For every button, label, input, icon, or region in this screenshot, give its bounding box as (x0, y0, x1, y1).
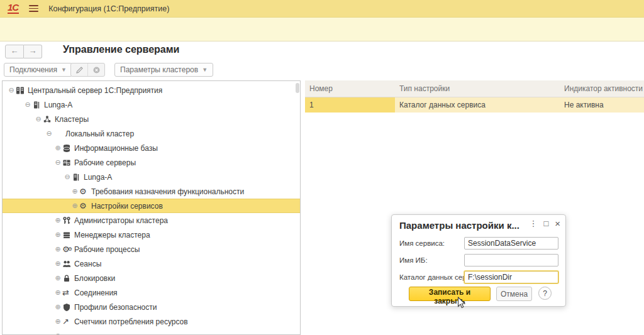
chevron-down-icon: ▼ (61, 67, 67, 73)
expand-plus-icon[interactable]: ⊕ (53, 216, 62, 224)
counters-icon: ↗ (62, 317, 74, 326)
tree-item-менеджеры-кластера[interactable]: ⊕Менеджеры кластера (3, 228, 300, 242)
forward-button[interactable]: → (24, 45, 42, 58)
help-button[interactable]: ? (538, 287, 552, 300)
table-header-cell[interactable]: Тип настройки (395, 84, 560, 93)
tree-item-truncated[interactable]: ⊕▬ (3, 329, 300, 335)
close-icon[interactable]: × (555, 219, 560, 228)
1c-logo-icon: 1С (8, 3, 19, 14)
sessions-icon (62, 260, 74, 268)
expand-plus-icon[interactable]: ⊕ (53, 274, 62, 282)
service-name-label: Имя сервиса: (399, 236, 445, 250)
tree-item-локальный-кластер[interactable]: ⊖Локальный кластер (3, 126, 300, 141)
tree-item-блокировки[interactable]: ⊕Блокировки (3, 271, 300, 285)
tree-item-lunga-a[interactable]: ⊖Lunga-A (3, 170, 300, 184)
expand-plus-icon[interactable]: ⊕ (53, 288, 62, 297)
tree-item-label: Менеджеры кластера (74, 231, 150, 239)
tree-item-label: Lunga-A (84, 173, 112, 182)
nav-row: ← → Управление серверами (0, 41, 644, 60)
server-icon (32, 101, 44, 109)
collapse-minus-icon[interactable]: ⊖ (45, 129, 53, 138)
tree-item-lunga-a[interactable]: ⊖Lunga-A (3, 97, 300, 112)
table-header-row: НомерТип настройкиИндикатор активности (305, 80, 644, 97)
tree-item-рабочие-серверы[interactable]: ⊖Рабочие серверы (3, 155, 300, 170)
cluster-params-dropdown-button[interactable]: Параметры кластеров ▼ (114, 63, 213, 77)
expand-plus-icon[interactable]: ⊕ (53, 317, 62, 326)
infobase-name-label: Имя ИБ: (399, 253, 428, 267)
expand-plus-icon[interactable]: ⊕ (53, 260, 62, 268)
kebab-menu-icon[interactable]: ⋮ (529, 219, 537, 228)
setting-type-cell: Каталог данных сервиса (395, 97, 560, 113)
activity-indicator-cell: Не активна (560, 97, 644, 113)
tree-item-label: Профили безопасности (74, 303, 157, 312)
top-band (0, 18, 644, 41)
infobases-icon (62, 144, 74, 153)
processes-icon: ⚙⚙ (62, 245, 74, 253)
collapse-minus-icon[interactable]: ⊖ (34, 115, 43, 123)
tree-item-соединения[interactable]: ⊕⇄Соединения (3, 285, 300, 300)
delete-button[interactable] (87, 63, 104, 76)
collapse-minus-icon[interactable]: ⊖ (53, 158, 62, 167)
tree-item-label: Счетчики потребления ресурсов (74, 317, 188, 326)
toolbar: Подключения ▼ Параметры кластеров ▼ (0, 62, 644, 79)
connections-dropdown-button[interactable]: Подключения ▼ (4, 63, 72, 77)
tree-item-label: Требования назначения функциональности (91, 187, 244, 196)
tree-item-label: Соединения (74, 288, 118, 297)
infobase-name-input[interactable] (464, 254, 558, 266)
tree-item-профили-безопасности[interactable]: ⊕Профили безопасности (3, 300, 300, 314)
central-server-icon (16, 86, 28, 95)
tree-item-настройки-сервисов[interactable]: ⊕⚙Настройки сервисов (3, 199, 300, 213)
tree-item-рабочие-процессы[interactable]: ⊕⚙⚙Рабочие процессы (3, 242, 300, 256)
tree-item-label: Центральный сервер 1С:Предприятия (28, 86, 162, 95)
tree-item-требования-назначения-функциональности[interactable]: ⊕⚙Требования назначения функциональности (3, 184, 300, 199)
service-name-input[interactable] (464, 237, 558, 250)
page-title: Управление серверами (63, 44, 179, 55)
chevron-down-icon: ▼ (202, 67, 208, 73)
expand-plus-icon[interactable]: ⊕ (70, 187, 79, 195)
dialog-title: Параметры настройки к... (399, 220, 519, 231)
tree-item-label: Информационные базы (74, 144, 158, 153)
truncated-icon: ▬ (62, 332, 74, 335)
tree-item-label: Lunga-A (44, 101, 72, 109)
tree-item-центральный-сервер-1с-предприятия[interactable]: ⊖Центральный сервер 1С:Предприятия (3, 83, 300, 97)
tree-item-label: Рабочие серверы (74, 158, 136, 167)
collapse-minus-icon[interactable]: ⊖ (7, 86, 16, 94)
expand-plus-icon[interactable]: ⊕ (53, 303, 62, 311)
app-titlebar: 1С Конфигурация (1С:Предприятие) (0, 0, 644, 18)
tree-item-счетчики-потребления-ресурсов[interactable]: ⊕↗Счетчики потребления ресурсов (3, 314, 300, 329)
clusters-icon (43, 115, 55, 124)
table-row[interactable]: 1Каталог данных сервисаНе активна (305, 97, 644, 113)
window-title: Конфигурация (1С:Предприятие) (48, 4, 169, 13)
tree-item-label: Администраторы кластера (74, 216, 168, 225)
collapse-minus-icon[interactable]: ⊖ (23, 101, 32, 109)
expand-plus-icon[interactable]: ⊕ (70, 202, 79, 210)
table-header-cell[interactable]: Номер (305, 84, 395, 93)
connections-label: Подключения (9, 65, 57, 74)
expand-plus-icon[interactable]: ⊕ (53, 332, 62, 335)
back-button[interactable]: ← (5, 45, 24, 58)
tree-item-сеансы[interactable]: ⊕Сеансы (3, 256, 300, 271)
cancel-button[interactable]: Отмена (496, 287, 532, 301)
gear-icon: ⚙ (79, 202, 91, 210)
locks-icon (62, 274, 74, 283)
settings-parameters-dialog: Параметры настройки к... ⋮ □ × Имя серви… (391, 214, 566, 307)
tree-item-label: Рабочие процессы (74, 245, 140, 254)
expand-plus-icon[interactable]: ⊕ (53, 144, 62, 152)
expand-plus-icon[interactable]: ⊕ (53, 245, 62, 253)
hamburger-menu-icon[interactable] (29, 5, 38, 12)
tree-item-администраторы-кластера[interactable]: ⊕Администраторы кластера (3, 213, 300, 228)
edit-delete-button-group (70, 63, 105, 77)
expand-plus-icon[interactable]: ⊕ (53, 231, 62, 239)
edit-pencil-button[interactable] (71, 63, 87, 76)
tree-item-кластеры[interactable]: ⊖Кластеры (3, 112, 300, 126)
server-icon (72, 173, 84, 182)
tree-item-информационные-базы[interactable]: ⊕Информационные базы (3, 141, 300, 155)
service-data-dir-input[interactable] (464, 271, 558, 283)
managers-icon (62, 231, 74, 239)
collapse-minus-icon[interactable]: ⊖ (63, 173, 72, 181)
tree-item-label: Сеансы (74, 260, 101, 268)
table-header-cell[interactable]: Индикатор активности (560, 84, 644, 93)
maximize-icon[interactable]: □ (543, 219, 548, 228)
save-and-close-button[interactable]: Записать и закрыть (409, 287, 491, 301)
tree-item-label: Локальный кластер (65, 129, 134, 138)
